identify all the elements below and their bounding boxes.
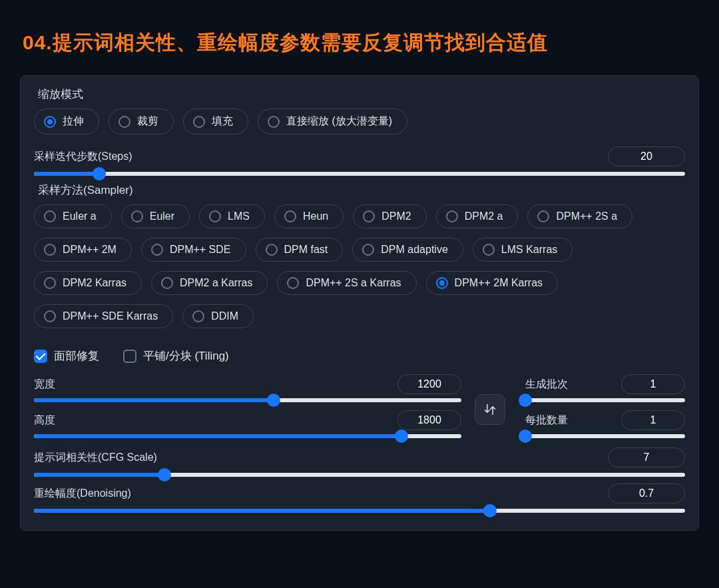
denoise-slider-thumb[interactable] xyxy=(483,504,497,517)
cfg-label: 提示词相关性(CFG Scale) xyxy=(34,451,157,465)
steps-slider-thumb[interactable] xyxy=(93,167,106,180)
sampler-option[interactable]: DPM++ SDE Karras xyxy=(34,304,173,328)
batch-count-label: 生成批次 xyxy=(525,378,568,392)
sampler-option-label: Euler xyxy=(150,210,174,222)
radio-icon xyxy=(266,244,278,256)
sampler-option-label: DPM++ 2S a Karras xyxy=(306,277,401,289)
sampler-option-label: DPM2 Karras xyxy=(63,277,126,289)
sampler-option[interactable]: DPM2 a Karras xyxy=(151,271,268,295)
tiling-checkbox[interactable]: 平铺/分块 (Tiling) xyxy=(123,348,229,364)
radio-icon xyxy=(192,310,204,322)
page-title: 04.提示词相关性、重绘幅度参数需要反复调节找到合适值 xyxy=(0,0,719,75)
radio-icon xyxy=(44,310,56,322)
sampler-option[interactable]: Euler xyxy=(121,204,190,228)
sampler-option[interactable]: DPM++ 2M xyxy=(34,238,132,262)
width-slider[interactable] xyxy=(34,398,461,402)
sampler-option[interactable]: DPM2 a xyxy=(436,204,519,228)
sampler-option[interactable]: DDIM xyxy=(182,304,254,328)
sampler-option-label: LMS Karras xyxy=(501,244,557,256)
radio-icon xyxy=(161,277,173,289)
denoise-slider-fill xyxy=(34,509,490,513)
radio-icon xyxy=(44,277,56,289)
sampler-option-label: Heun xyxy=(303,210,328,222)
sampler-option[interactable]: Euler a xyxy=(34,204,112,228)
radio-icon xyxy=(209,210,221,222)
height-label: 高度 xyxy=(34,414,55,428)
height-slider-fill xyxy=(34,434,401,438)
sampler-option[interactable]: DPM++ SDE xyxy=(141,238,246,262)
sampler-option[interactable]: DPM fast xyxy=(256,238,344,262)
batch-size-block: 每批数量 1 xyxy=(525,410,685,445)
scale-mode-option[interactable]: 裁剪 xyxy=(109,109,174,135)
cfg-value[interactable]: 7 xyxy=(608,447,685,467)
sampler-option[interactable]: LMS Karras xyxy=(473,238,573,262)
batch-count-slider[interactable] xyxy=(525,398,685,402)
sampler-option-label: DPM2 a Karras xyxy=(180,277,252,289)
cfg-slider-block: 提示词相关性(CFG Scale) 7 xyxy=(34,447,685,477)
sampler-option-label: DPM2 xyxy=(381,210,411,222)
height-slider[interactable] xyxy=(34,434,461,438)
sampler-option-label: DPM++ 2M Karras xyxy=(455,277,543,289)
sampler-option[interactable]: LMS xyxy=(199,204,265,228)
radio-icon xyxy=(193,116,205,128)
checkbox-icon xyxy=(123,350,136,363)
sampler-option[interactable]: DPM++ 2M Karras xyxy=(426,271,558,295)
scale-mode-option[interactable]: 填充 xyxy=(183,109,248,135)
steps-slider[interactable] xyxy=(34,172,685,176)
batch-size-slider[interactable] xyxy=(525,434,685,438)
width-label: 宽度 xyxy=(34,378,55,392)
denoise-label: 重绘幅度(Denoising) xyxy=(34,487,131,501)
steps-slider-block: 采样迭代步数(Steps) 20 xyxy=(34,147,685,176)
radio-icon xyxy=(131,210,143,222)
height-slider-block: 高度 1800 xyxy=(34,410,461,445)
width-slider-thumb[interactable] xyxy=(267,394,280,407)
width-slider-fill xyxy=(34,398,274,402)
sampler-option-label: LMS xyxy=(228,210,250,222)
batch-count-slider-thumb[interactable] xyxy=(519,394,532,407)
sampler-legend: 采样方法(Sampler) xyxy=(34,182,137,198)
steps-value[interactable]: 20 xyxy=(608,147,685,166)
scale-mode-option[interactable]: 拉伸 xyxy=(34,109,99,135)
steps-slider-fill xyxy=(34,172,99,176)
batch-size-label: 每批数量 xyxy=(525,414,568,428)
sampler-option[interactable]: DPM++ 2S a Karras xyxy=(277,271,416,295)
swap-dimensions-button[interactable] xyxy=(475,394,505,425)
radio-icon xyxy=(362,244,374,256)
radio-icon xyxy=(287,277,299,289)
checkbox-icon xyxy=(34,350,47,363)
batch-count-value[interactable]: 1 xyxy=(621,374,685,394)
radio-icon xyxy=(119,116,130,128)
face-restore-label: 面部修复 xyxy=(54,348,99,364)
radio-icon xyxy=(363,210,375,222)
denoise-value[interactable]: 0.7 xyxy=(608,483,685,503)
sampler-option-label: DPM adaptive xyxy=(381,244,448,256)
steps-label: 采样迭代步数(Steps) xyxy=(34,150,132,164)
radio-icon xyxy=(268,116,280,128)
denoise-slider-block: 重绘幅度(Denoising) 0.7 xyxy=(34,483,685,513)
sampler-option-label: DPM2 a xyxy=(465,210,503,222)
radio-icon xyxy=(44,244,56,256)
sampler-option[interactable]: DPM2 xyxy=(353,204,426,228)
batch-size-value[interactable]: 1 xyxy=(621,410,685,430)
sampler-option[interactable]: Heun xyxy=(274,204,344,228)
cfg-slider-thumb[interactable] xyxy=(158,468,171,481)
cfg-slider[interactable] xyxy=(34,473,685,477)
sampler-option[interactable]: DPM++ 2S a xyxy=(527,204,632,228)
scale-mode-option-label: 裁剪 xyxy=(137,115,158,129)
sampler-option-label: DPM++ 2M xyxy=(63,244,117,256)
scale-mode-option[interactable]: 直接缩放 (放大潜变量) xyxy=(258,109,407,135)
tiling-label: 平铺/分块 (Tiling) xyxy=(143,348,229,364)
sampler-option[interactable]: DPM2 Karras xyxy=(34,271,142,295)
face-restore-checkbox[interactable]: 面部修复 xyxy=(34,348,99,364)
width-value[interactable]: 1200 xyxy=(397,374,461,394)
batch-size-slider-thumb[interactable] xyxy=(519,430,532,443)
sampler-option-label: DPM++ SDE xyxy=(170,244,231,256)
sampler-option[interactable]: DPM adaptive xyxy=(352,238,463,262)
width-slider-block: 宽度 1200 xyxy=(34,374,461,409)
radio-icon xyxy=(151,244,163,256)
denoise-slider[interactable] xyxy=(34,509,685,513)
radio-icon xyxy=(284,210,296,222)
height-slider-thumb[interactable] xyxy=(395,430,408,443)
height-value[interactable]: 1800 xyxy=(397,410,461,430)
sampler-option-label: DPM fast xyxy=(284,244,328,256)
